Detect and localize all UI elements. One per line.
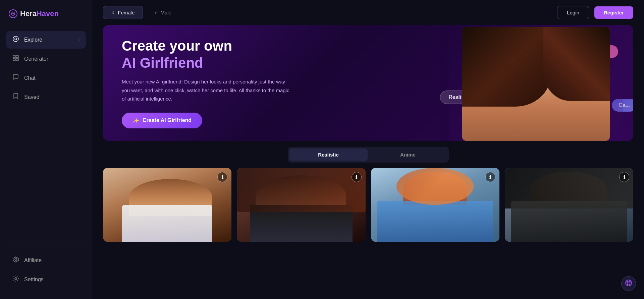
main-content: ♀ Female ♂ Male Login Register Create yo…	[92, 0, 644, 299]
female-label: Female	[118, 10, 135, 15]
logo-text: HeraHaven	[20, 9, 59, 18]
svg-rect-7	[16, 58, 18, 61]
nav-section: Explore › Generator Chat	[6, 31, 86, 242]
card-3-info[interactable]: ℹ	[485, 172, 495, 182]
explore-icon	[12, 36, 19, 44]
gender-tabs: ♀ Female ♂ Male	[103, 6, 180, 19]
language-icon	[625, 279, 632, 288]
generator-label: Generator	[24, 56, 48, 62]
settings-icon	[12, 275, 19, 284]
create-btn-label: Create AI Girlfriend	[143, 117, 192, 123]
login-button[interactable]: Login	[557, 6, 589, 19]
card-2-info[interactable]: ℹ	[352, 172, 362, 182]
explore-label: Explore	[24, 37, 42, 43]
svg-rect-6	[13, 58, 15, 61]
sidebar-item-generator[interactable]: Generator	[6, 50, 86, 68]
card-1[interactable]: ℹ	[103, 168, 231, 242]
hero-title-purple: AI Girlfriend	[122, 55, 203, 71]
sidebar-bottom: Affiliate Settings	[6, 245, 86, 290]
hero-image	[439, 25, 633, 141]
svg-rect-5	[16, 55, 18, 58]
card-2[interactable]: ℹ	[237, 168, 365, 242]
sidebar-item-saved[interactable]: Saved	[6, 88, 86, 106]
male-label: Male	[161, 10, 172, 15]
register-button[interactable]: Register	[594, 6, 633, 19]
affiliate-icon	[12, 256, 19, 264]
affiliate-label: Affiliate	[24, 257, 42, 263]
sidebar-item-chat[interactable]: Chat	[6, 69, 86, 87]
sidebar-item-settings[interactable]: Settings	[6, 271, 86, 288]
card-3[interactable]: ℹ	[371, 168, 499, 242]
svg-point-9	[15, 258, 17, 260]
create-girlfriend-button[interactable]: ✨ Create AI Girlfriend	[122, 113, 202, 128]
header: ♀ Female ♂ Male Login Register	[92, 0, 644, 25]
hero-description: Meet your new AI girlfriend! Design her …	[122, 77, 292, 103]
logo: HeraHaven	[6, 9, 86, 18]
header-right: Login Register	[557, 6, 633, 19]
svg-rect-4	[13, 55, 15, 58]
sidebar-item-explore[interactable]: Explore ›	[6, 31, 86, 49]
hero-title-white: Create your own	[122, 38, 232, 54]
female-icon: ♀	[111, 10, 115, 15]
cards-grid: ℹ ℹ ℹ	[92, 168, 644, 242]
svg-point-1	[12, 13, 14, 14]
svg-point-10	[15, 278, 17, 280]
generator-icon	[12, 55, 19, 63]
girl-photo	[449, 25, 623, 141]
card-4-info[interactable]: ℹ	[619, 172, 629, 182]
style-tabs-container: Realistic Anime	[103, 147, 633, 163]
language-badge[interactable]	[621, 276, 636, 291]
logo-icon	[9, 9, 17, 18]
anime-tab[interactable]: Anime	[369, 148, 447, 161]
male-icon: ♂	[154, 10, 158, 15]
hero-banner: Create your own AI Girlfriend Meet your …	[103, 25, 633, 141]
svg-point-3	[15, 38, 17, 40]
settings-label: Settings	[24, 277, 44, 283]
girl-photo-inner	[462, 27, 610, 141]
female-tab[interactable]: ♀ Female	[103, 6, 143, 19]
card-4[interactable]: ℹ	[505, 168, 633, 242]
chat-label: Chat	[24, 75, 36, 81]
sidebar: HeraHaven Explore › Gene	[0, 0, 92, 299]
saved-icon	[12, 93, 19, 101]
hero-content: Create your own AI Girlfriend Meet your …	[103, 25, 311, 141]
hero-title: Create your own AI Girlfriend	[122, 38, 292, 71]
svg-point-2	[13, 36, 18, 42]
realistic-tab[interactable]: Realistic	[289, 148, 368, 161]
explore-arrow: ›	[78, 38, 80, 42]
saved-label: Saved	[24, 94, 39, 100]
sidebar-item-affiliate[interactable]: Affiliate	[6, 251, 86, 269]
male-tab[interactable]: ♂ Male	[146, 6, 180, 19]
wand-icon: ✨	[132, 117, 139, 124]
style-tabs-inner: Realistic Anime	[288, 147, 449, 163]
svg-marker-8	[13, 257, 18, 262]
chat-icon	[12, 74, 19, 82]
